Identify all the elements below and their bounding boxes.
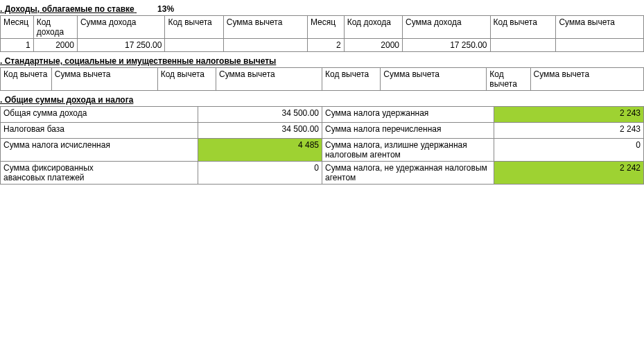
- d-hdr-code-2: Код вычета: [157, 68, 216, 91]
- fixed-advance-value: 0: [198, 162, 322, 185]
- d-hdr-code-1: Код вычета: [1, 68, 52, 91]
- cell-income-code: 2000: [33, 39, 77, 52]
- totals-row-3: Сумма налога исчисленная 4 485 Сумма нал…: [1, 139, 644, 162]
- d-hdr-sum-4: Сумма вычета: [530, 68, 643, 91]
- tax-withheld-value: 2 243: [494, 107, 643, 123]
- cell-deduct-sum: [223, 39, 307, 52]
- income-table: Месяц Код дохода Сумма дохода Код вычета…: [0, 15, 644, 52]
- total-income-value: 34 500.00: [198, 107, 322, 123]
- cell-month-2: 2: [307, 39, 344, 52]
- tax-transferred-label: Сумма налога перечисленная: [322, 123, 494, 139]
- deductions-table: Код вычета Сумма вычета Код вычета Сумма…: [0, 67, 644, 91]
- cell-deduct-code: [165, 39, 223, 52]
- hdr-month: Месяц: [1, 16, 34, 39]
- hdr-deduct-code: Код вычета: [165, 16, 223, 39]
- tax-not-withheld-value: 2 242: [494, 162, 643, 185]
- hdr-income-sum-2: Сумма дохода: [403, 16, 491, 39]
- totals-row-2: Налоговая база 34 500.00 Сумма налога пе…: [1, 123, 644, 139]
- tax-withheld-label: Сумма налога удержанная: [322, 107, 494, 123]
- cell-income-sum-2: 17 250.00: [403, 39, 491, 52]
- totals-row-4: Сумма фиксированных авансовых платежей 0…: [1, 162, 644, 185]
- hdr-deduct-code-2: Код вычета: [490, 16, 556, 39]
- tax-excess-label: Сумма налога, излишне удержанная налогов…: [322, 139, 494, 162]
- d-hdr-sum-3: Сумма вычета: [381, 68, 487, 91]
- totals-row-1: Общая сумма дохода 34 500.00 Сумма налог…: [1, 107, 644, 123]
- income-row: 1 2000 17 250.00 2 2000 17 250.00: [1, 39, 644, 52]
- tax-transferred-value: 2 243: [494, 123, 643, 139]
- tax-calc-label: Сумма налога исчисленная: [1, 139, 198, 162]
- section3-title: . Доходы, облагаемые по ставке 13%: [0, 0, 644, 15]
- total-income-label: Общая сумма дохода: [1, 107, 198, 123]
- hdr-deduct-sum: Сумма вычета: [223, 16, 307, 39]
- hdr-income-code-2: Код дохода: [344, 16, 402, 39]
- cell-deduct-sum-2: [556, 39, 644, 52]
- income-header-row: Месяц Код дохода Сумма дохода Код вычета…: [1, 16, 644, 39]
- d-hdr-sum-1: Сумма вычета: [51, 68, 157, 91]
- section3-title-text: . Доходы, облагаемые по ставке: [0, 4, 134, 14]
- d-hdr-code-3: Код вычета: [322, 68, 380, 91]
- totals-table: Общая сумма дохода 34 500.00 Сумма налог…: [0, 106, 644, 185]
- section4-title: . Стандартные, социальные и имущественны…: [0, 52, 644, 67]
- section5-title: . Общие суммы дохода и налога: [0, 91, 644, 106]
- hdr-income-code: Код дохода: [33, 16, 77, 39]
- tax-excess-value: 0: [494, 139, 643, 162]
- hdr-deduct-sum-2: Сумма вычета: [556, 16, 644, 39]
- tax-base-label: Налоговая база: [1, 123, 198, 139]
- section3-rate: 13%: [157, 4, 174, 14]
- tax-base-value: 34 500.00: [198, 123, 322, 139]
- fixed-advance-label: Сумма фиксированных авансовых платежей: [1, 162, 198, 185]
- cell-deduct-code-2: [490, 39, 556, 52]
- d-hdr-code-4: Код вычета: [487, 68, 530, 91]
- cell-income-code-2: 2000: [344, 39, 402, 52]
- tax-calc-value: 4 485: [198, 139, 322, 162]
- tax-not-withheld-label: Сумма налога, не удержанная налоговым аг…: [322, 162, 494, 185]
- hdr-month-2: Месяц: [307, 16, 344, 39]
- d-hdr-sum-2: Сумма вычета: [216, 68, 322, 91]
- deductions-header-row: Код вычета Сумма вычета Код вычета Сумма…: [1, 68, 644, 91]
- cell-income-sum: 17 250.00: [77, 39, 165, 52]
- hdr-income-sum: Сумма дохода: [77, 16, 165, 39]
- cell-month: 1: [1, 39, 34, 52]
